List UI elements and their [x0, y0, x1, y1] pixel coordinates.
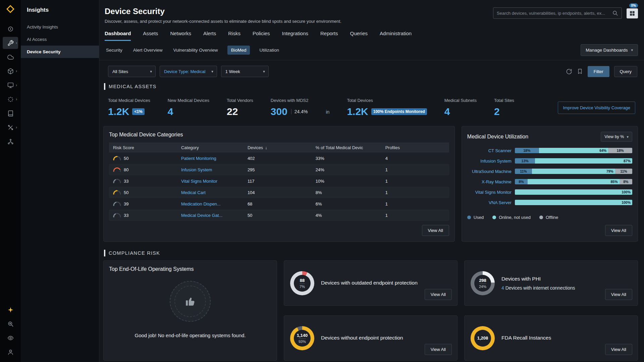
- table-row[interactable]: 50Patient Monitoring40233%4: [109, 153, 449, 164]
- view-all-button[interactable]: View All: [422, 225, 449, 236]
- bar-segment-online-not-used[interactable]: 87%: [535, 158, 632, 164]
- device-type-link[interactable]: X-Ray Machine: [467, 179, 512, 184]
- sidebar-title: Insights: [21, 7, 99, 21]
- wrench-icon[interactable]: ›: [3, 37, 18, 49]
- bar-segment-used[interactable]: 18%: [515, 148, 539, 153]
- stat-value[interactable]: 1.2K: [347, 106, 368, 117]
- subtab-biomed[interactable]: BioMed: [227, 46, 250, 55]
- cloud-icon[interactable]: [3, 51, 18, 63]
- bar-segment-online-not-used[interactable]: 79%: [532, 169, 615, 174]
- tab-policies[interactable]: Policies: [253, 31, 270, 41]
- search-plus-icon[interactable]: [3, 318, 18, 330]
- device-type-link[interactable]: Infusion System: [467, 159, 512, 164]
- table-row[interactable]: 33Medical Device Gat...504%1: [109, 209, 449, 221]
- table-row[interactable]: 33Vital Signs Monitor11710%1: [109, 175, 449, 187]
- subtab-vulnerability-overview[interactable]: Vulnerability Overview: [172, 46, 219, 55]
- category-link[interactable]: Patient Monitoring: [181, 156, 216, 161]
- column-header-of-total-medical-devic[interactable]: % of Total Medical Devic: [316, 145, 385, 150]
- internet-connections-count[interactable]: 4: [501, 285, 504, 291]
- stat-value[interactable]: 22: [227, 106, 238, 117]
- bar-segment-offline[interactable]: 11%: [615, 169, 632, 174]
- claroty-logo-icon[interactable]: [6, 5, 15, 15]
- search-input[interactable]: [497, 11, 612, 16]
- sparkle-icon[interactable]: [3, 304, 18, 316]
- tab-networks[interactable]: Networks: [170, 31, 191, 41]
- view-all-button[interactable]: View All: [605, 289, 632, 300]
- category-link[interactable]: Medical Cart: [181, 190, 206, 195]
- table-row[interactable]: 50Medical Cart1048%1: [109, 187, 449, 198]
- bookmark-icon[interactable]: [577, 68, 583, 74]
- view-all-button[interactable]: View All: [425, 344, 452, 355]
- subtab-alert-overview[interactable]: Alert Overview: [132, 46, 164, 55]
- tab-assets[interactable]: Assets: [143, 31, 158, 41]
- card-title: Devices with outdated endpoint protectio…: [321, 280, 418, 287]
- monitor-icon[interactable]: ›: [3, 79, 18, 91]
- coverage-widget[interactable]: 0%: [627, 3, 638, 18]
- sidebar-item-activity-insights[interactable]: Activity Insights: [21, 21, 99, 33]
- tab-integrations[interactable]: Integrations: [282, 31, 308, 41]
- column-header-risk-score[interactable]: Risk Score: [113, 145, 181, 150]
- improve-visibility-button[interactable]: Improve Device Visibility Coverage: [558, 102, 635, 114]
- tab-administration[interactable]: Administration: [380, 31, 412, 41]
- global-search[interactable]: [493, 7, 622, 19]
- tab-risks[interactable]: Risks: [228, 31, 240, 41]
- tab-alerts[interactable]: Alerts: [203, 31, 216, 41]
- tab-queries[interactable]: Queries: [350, 31, 368, 41]
- stat-value[interactable]: 4: [444, 106, 450, 117]
- coverage-grid-icon[interactable]: [627, 8, 638, 18]
- search-icon[interactable]: [612, 10, 618, 16]
- column-header-devices[interactable]: Devices↓: [248, 145, 316, 150]
- view-all-button[interactable]: View All: [425, 289, 452, 300]
- category-link[interactable]: Vital Signs Monitor: [181, 179, 217, 184]
- bar-segment-offline[interactable]: 18%: [608, 148, 632, 153]
- sidebar-item-ai-access[interactable]: AI Access: [21, 33, 99, 46]
- category-link[interactable]: Infusion System: [181, 167, 212, 172]
- bar-segment-used[interactable]: 8%: [515, 179, 528, 184]
- subtab-utilization[interactable]: Utilization: [258, 46, 280, 55]
- stat-value[interactable]: 2: [494, 106, 500, 117]
- device-type-link[interactable]: VNA Server: [467, 200, 512, 205]
- user-icon[interactable]: [3, 346, 18, 358]
- filter-button[interactable]: Filter: [588, 66, 609, 77]
- view-all-button[interactable]: View All: [605, 225, 632, 236]
- table-row[interactable]: 39Medication Dispen...686%1: [109, 198, 449, 209]
- query-button[interactable]: Query: [614, 66, 637, 77]
- sort-descending-icon[interactable]: ↓: [265, 145, 267, 150]
- stat-value[interactable]: 1.2K: [108, 106, 129, 117]
- eye-icon[interactable]: [3, 332, 18, 344]
- view-all-button[interactable]: View All: [605, 344, 632, 355]
- view-by-dropdown[interactable]: View by % ▾: [601, 132, 632, 142]
- device-type-link[interactable]: Vital Signs Monitor: [467, 190, 512, 195]
- subtab-security[interactable]: Security: [105, 46, 124, 55]
- column-header-profiles[interactable]: Profiles: [385, 145, 445, 150]
- bar-segment-online-not-used[interactable]: 100%: [515, 200, 632, 205]
- category-link[interactable]: Medical Device Gat...: [181, 213, 223, 218]
- layers-icon[interactable]: ›: [3, 65, 18, 77]
- bar-segment-online-not-used[interactable]: 64%: [539, 148, 608, 153]
- bar-segment-online-not-used[interactable]: 100%: [515, 189, 632, 195]
- device-type-link[interactable]: UltraSound Machine: [467, 169, 512, 174]
- book-icon[interactable]: [3, 107, 18, 119]
- device-type-dropdown[interactable]: Device Type: Medical ▾: [160, 66, 217, 77]
- time-range-dropdown[interactable]: 1 Week ▾: [221, 66, 269, 77]
- bar-segment-offline[interactable]: 8%: [620, 179, 632, 184]
- manage-dashboards-button[interactable]: Manage Dashboards ▾: [581, 44, 638, 56]
- dotted-circle-icon[interactable]: ›: [3, 93, 18, 105]
- bar-segment-online-not-used[interactable]: 85%: [528, 179, 619, 184]
- tab-reports[interactable]: Reports: [320, 31, 338, 41]
- tab-dashboard[interactable]: Dashboard: [105, 31, 131, 41]
- device-type-link[interactable]: CT Scanner: [467, 148, 512, 153]
- bar-segment-used[interactable]: 11%: [515, 169, 532, 174]
- sidebar-item-device-security[interactable]: Device Security: [21, 46, 99, 58]
- refresh-icon[interactable]: [566, 68, 572, 75]
- column-header-category[interactable]: Category: [181, 145, 248, 150]
- stat-value[interactable]: 300: [271, 106, 287, 117]
- table-row[interactable]: 80Infusion System29524%1: [109, 164, 449, 175]
- radar-icon[interactable]: [3, 23, 18, 35]
- network-icon[interactable]: [3, 135, 18, 147]
- stat-value[interactable]: 4: [168, 106, 173, 117]
- tools-icon[interactable]: ›: [3, 121, 18, 133]
- bar-segment-used[interactable]: 13%: [515, 158, 535, 164]
- sites-dropdown[interactable]: All Sites ▾: [108, 66, 156, 77]
- category-link[interactable]: Medication Dispen...: [181, 201, 221, 206]
